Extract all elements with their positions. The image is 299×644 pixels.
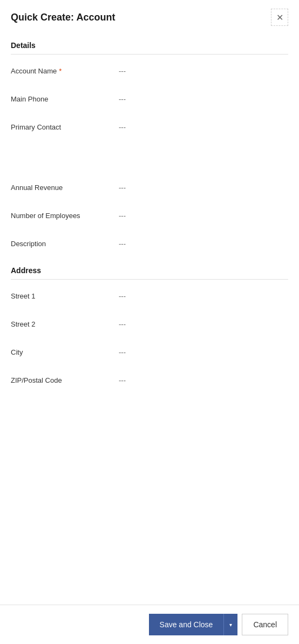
num-employees-label: Number of Employees: [11, 212, 119, 220]
main-phone-row: Main Phone ---: [11, 85, 288, 113]
close-button[interactable]: ✕: [271, 9, 288, 26]
modal-header: Quick Create: Account ✕: [0, 0, 299, 32]
modal-content: Details Account Name * --- Main Phone --…: [0, 32, 299, 605]
description-label: Description: [11, 240, 119, 248]
quick-create-modal: Quick Create: Account ✕ Details Account …: [0, 0, 299, 644]
zip-label: ZIP/Postal Code: [11, 376, 119, 384]
street1-row: Street 1 ---: [11, 282, 288, 310]
chevron-down-icon: ▾: [229, 622, 232, 628]
city-label: City: [11, 348, 119, 356]
details-spacer: [11, 141, 288, 173]
street2-row: Street 2 ---: [11, 310, 288, 338]
account-name-label: Account Name *: [11, 67, 119, 75]
main-phone-label: Main Phone: [11, 95, 119, 103]
annual-revenue-row: Annual Revenue ---: [11, 173, 288, 201]
zip-row: ZIP/Postal Code ---: [11, 366, 288, 394]
account-name-value[interactable]: ---: [119, 67, 288, 75]
annual-revenue-label: Annual Revenue: [11, 184, 119, 192]
num-employees-row: Number of Employees ---: [11, 201, 288, 229]
street2-value[interactable]: ---: [119, 320, 288, 328]
cancel-button[interactable]: Cancel: [242, 614, 288, 635]
description-row: Description ---: [11, 229, 288, 257]
zip-value[interactable]: ---: [119, 376, 288, 384]
street1-label: Street 1: [11, 292, 119, 300]
save-close-dropdown-button[interactable]: ▾: [223, 614, 237, 635]
address-section-header: Address: [11, 257, 288, 280]
details-section-header: Details: [11, 32, 288, 55]
num-employees-value[interactable]: ---: [119, 212, 288, 220]
modal-footer: Save and Close ▾ Cancel: [0, 605, 299, 644]
required-star: *: [59, 67, 62, 75]
primary-contact-value[interactable]: ---: [119, 123, 288, 131]
description-value[interactable]: ---: [119, 240, 288, 248]
primary-contact-label: Primary Contact: [11, 123, 119, 131]
primary-contact-row: Primary Contact ---: [11, 113, 288, 141]
city-row: City ---: [11, 338, 288, 366]
modal-title: Quick Create: Account: [11, 12, 115, 23]
save-close-button[interactable]: Save and Close: [149, 614, 224, 635]
street2-label: Street 2: [11, 320, 119, 328]
city-value[interactable]: ---: [119, 348, 288, 356]
account-name-row: Account Name * ---: [11, 57, 288, 85]
main-phone-value[interactable]: ---: [119, 95, 288, 103]
bottom-spacer: [11, 394, 288, 545]
annual-revenue-value[interactable]: ---: [119, 184, 288, 192]
street1-value[interactable]: ---: [119, 292, 288, 300]
